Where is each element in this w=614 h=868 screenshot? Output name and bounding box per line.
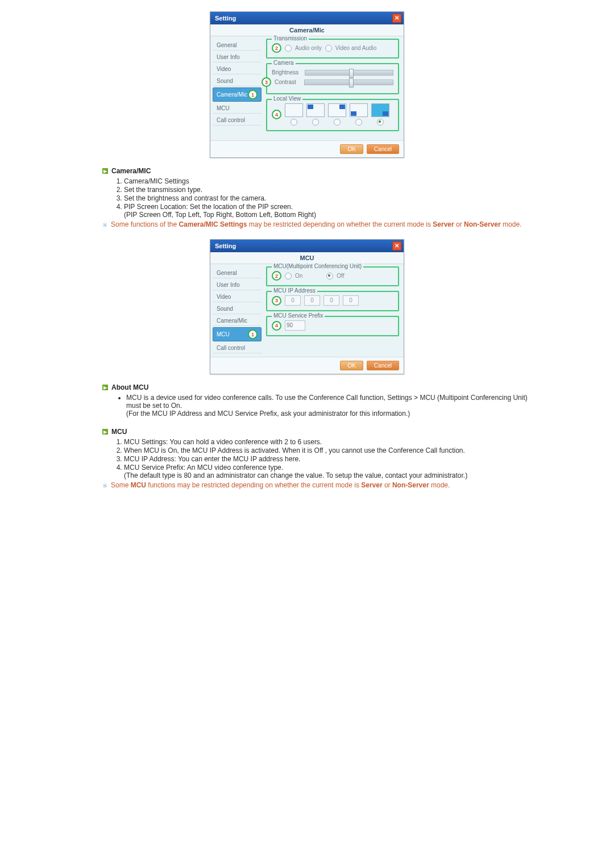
camera-group: Camera Brightness 3 Contrast: [266, 63, 399, 94]
settings-sidebar: General User Info Video Sound Camera/Mic…: [210, 36, 264, 140]
heading-about-mcu: About MCU: [111, 383, 148, 391]
list-item: MCU IP Address: You can enter the MCU IP…: [124, 455, 534, 463]
sidebar-item-userinfo[interactable]: User Info: [213, 279, 262, 290]
pip-option-topright[interactable]: [328, 103, 346, 117]
titlebar: Setting ✕: [210, 12, 404, 24]
callout-2-icon: 2: [272, 43, 281, 53]
pip-radio-bottomleft[interactable]: [355, 119, 362, 126]
sidebar-item-mcu[interactable]: MCU 1: [213, 327, 262, 341]
list-item: PIP Screen Location: Set the location of…: [124, 203, 534, 219]
play-bullet-icon: ▶: [102, 385, 108, 390]
sidebar-item-general[interactable]: General: [213, 40, 262, 51]
sidebar-item-mcu[interactable]: MCU: [213, 103, 262, 114]
sidebar-item-callcontrol[interactable]: Call control: [213, 115, 262, 126]
group-label: Camera: [272, 60, 296, 66]
titlebar: Setting ✕: [210, 240, 404, 252]
doc-section-about-mcu: ▶ About MCU MCU is a device used for vid…: [114, 383, 534, 418]
callout-2-icon: 2: [272, 271, 281, 281]
settings-panel: Transmission 2 Audio only Video and Audi…: [264, 36, 404, 140]
cancel-button[interactable]: Cancel: [367, 144, 399, 154]
option-off: Off: [337, 273, 344, 279]
close-icon[interactable]: ✕: [392, 241, 401, 251]
group-label: Local View: [272, 95, 302, 102]
section-title: MCU: [210, 252, 404, 264]
settings-panel: MCU(Multipoint Conferencing Unit) 2 On O…: [264, 264, 404, 357]
option-audio-only: Audio only: [295, 45, 322, 51]
list-item: Set the brightness and contrast for the …: [124, 194, 534, 202]
pip-option-bottomleft[interactable]: [350, 103, 368, 117]
note-icon: ※: [102, 482, 107, 490]
list-item: Camera/MIC Settings: [124, 177, 534, 185]
ip-octet-3[interactable]: 0: [323, 295, 339, 306]
sidebar-item-cameramic[interactable]: Camera/Mic: [213, 315, 262, 326]
sidebar-item-video[interactable]: Video: [213, 64, 262, 74]
radio-mcu-on[interactable]: [285, 273, 292, 279]
close-icon[interactable]: ✕: [392, 14, 401, 23]
pip-subline: (PIP Screen Off, Top Left, Top Right, Bo…: [124, 211, 316, 219]
sidebar-item-video[interactable]: Video: [213, 291, 262, 302]
pip-option-off[interactable]: [285, 103, 303, 117]
cancel-button[interactable]: Cancel: [367, 361, 399, 370]
sidebar-item-userinfo[interactable]: User Info: [213, 52, 262, 62]
mcu-prefix-group: MCU Service Prefix 4 90: [266, 316, 399, 336]
dialog-title: Setting: [215, 243, 236, 249]
sidebar-item-general[interactable]: General: [213, 268, 262, 278]
about-mcu-list: MCU is a device used for video conferenc…: [121, 394, 534, 418]
group-label: MCU IP Address: [272, 287, 317, 294]
pip-option-bottomright[interactable]: [371, 103, 389, 117]
callout-4-icon: 4: [272, 110, 281, 119]
callout-1-icon: 1: [248, 90, 258, 99]
ip-octet-2[interactable]: 0: [304, 295, 320, 306]
group-label: Transmission: [272, 35, 309, 41]
sidebar-item-cameramic[interactable]: Camera/Mic 1: [213, 87, 262, 102]
pip-radio-off[interactable]: [291, 119, 297, 126]
pip-radio-bottomright[interactable]: [377, 119, 384, 126]
ok-button[interactable]: OK: [340, 361, 363, 370]
option-on: On: [295, 273, 302, 279]
mcu-onoff-group: MCU(Multipoint Conferencing Unit) 2 On O…: [266, 266, 399, 286]
contrast-label: Contrast: [275, 79, 301, 85]
sidebar-item-callcontrol[interactable]: Call control: [213, 343, 262, 353]
mcu-prefix-input[interactable]: 90: [285, 320, 305, 331]
mcu-ip-group: MCU IP Address 3 0 0 0 0: [266, 291, 399, 311]
settings-dialog-mcu: Setting ✕ MCU General User Info Video So…: [210, 239, 404, 374]
mcu-subline: (The default type is 80 and an administr…: [124, 471, 467, 479]
group-label: MCU Service Prefix: [272, 312, 325, 319]
list-item: MCU Settings: You can hold a video confe…: [124, 438, 534, 446]
contrast-slider[interactable]: [304, 80, 393, 85]
note-icon: ※: [102, 222, 107, 229]
ip-octet-1[interactable]: 0: [285, 295, 301, 306]
ip-octet-4[interactable]: 0: [343, 295, 359, 306]
doc-section-cameramic: ▶ Camera/MIC Camera/MIC Settings Set the…: [114, 167, 534, 229]
pip-radio-topleft[interactable]: [312, 119, 319, 126]
radio-audio-only[interactable]: [285, 45, 292, 52]
callout-3-icon: 3: [272, 296, 281, 306]
radio-mcu-off[interactable]: [326, 273, 333, 279]
sidebar-item-sound[interactable]: Sound: [213, 303, 262, 314]
heading-cameramic: Camera/MIC: [111, 167, 151, 175]
brightness-label: Brightness: [272, 69, 301, 76]
settings-sidebar: General User Info Video Sound Camera/Mic…: [210, 264, 264, 357]
pip-option-topleft[interactable]: [306, 103, 325, 117]
transmission-group: Transmission 2 Audio only Video and Audi…: [266, 39, 399, 59]
dialog-button-row: OK Cancel: [210, 140, 404, 157]
list-item: MCU is a device used for video conferenc…: [126, 394, 534, 418]
brightness-slider[interactable]: [305, 70, 393, 76]
callout-1-icon: 1: [248, 329, 258, 339]
settings-dialog-camera-mic: Setting ✕ Camera/Mic General User Info V…: [210, 11, 404, 158]
localview-group: Local View 4: [266, 99, 399, 131]
sidebar-item-sound[interactable]: Sound: [213, 76, 262, 86]
pip-radio-topright[interactable]: [334, 119, 341, 126]
doc-section-mcu: ▶ MCU MCU Settings: You can hold a video…: [114, 428, 534, 490]
dialog-title: Setting: [215, 15, 236, 22]
play-bullet-icon: ▶: [102, 168, 108, 174]
cameramic-list: Camera/MIC Settings Set the transmission…: [124, 177, 534, 219]
option-video-audio: Video and Audio: [335, 45, 377, 51]
section-title: Camera/Mic: [210, 24, 404, 36]
mcu-list: MCU Settings: You can hold a video confe…: [124, 438, 534, 479]
ok-button[interactable]: OK: [340, 144, 363, 154]
list-item: When MCU is On, the MCU IP Address is ac…: [124, 446, 534, 454]
radio-video-audio[interactable]: [325, 45, 332, 52]
callout-3-icon: 3: [262, 77, 271, 87]
play-bullet-icon: ▶: [102, 429, 108, 435]
